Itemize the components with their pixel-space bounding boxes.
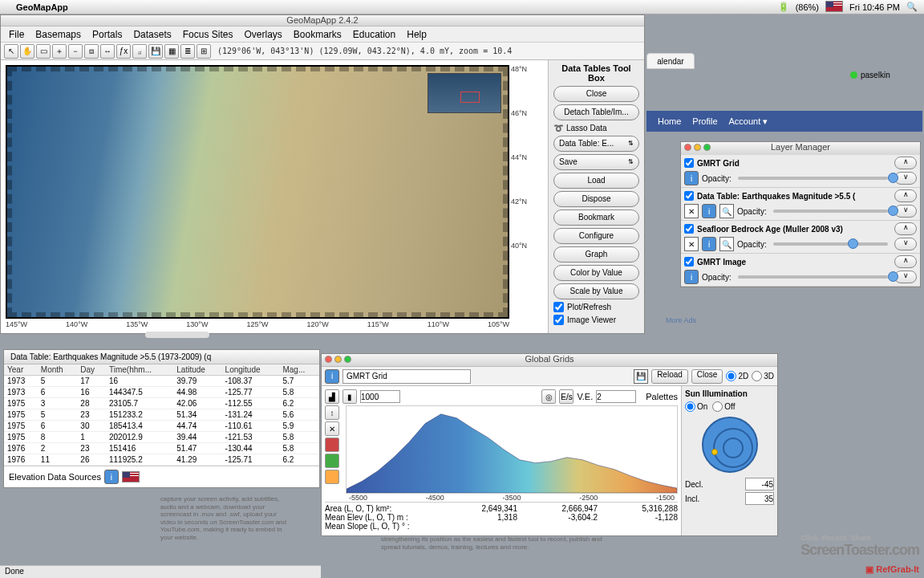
sun-on-radio[interactable]: On (685, 401, 707, 412)
layer-info-icon[interactable]: i (702, 237, 716, 251)
layer-up-button[interactable]: ∧ (894, 157, 917, 169)
fb-home[interactable]: Home (658, 116, 681, 126)
table-col[interactable]: Latitude (173, 364, 221, 376)
lasso-icon[interactable]: ➰ (553, 124, 563, 132)
mode-3d-radio[interactable]: 3D (752, 371, 774, 381)
menu-education[interactable]: Education (353, 29, 395, 40)
layer-down-button[interactable]: ∨ (894, 238, 917, 250)
table-row[interactable]: 1973616144347.544.98-125.775.8 (4, 387, 319, 398)
layer-up-button[interactable]: ∧ (894, 222, 917, 235)
layers-icon[interactable]: ≣ (180, 44, 195, 59)
map-canvas[interactable] (6, 65, 509, 319)
close-button[interactable]: Close (553, 86, 639, 102)
histogram-chart[interactable] (346, 405, 678, 494)
close-icon[interactable] (325, 356, 332, 363)
detach-button[interactable]: Detach Table/Im... (553, 104, 639, 120)
table-icon[interactable]: ⊞ (197, 44, 211, 59)
menu-datasets[interactable]: Datasets (133, 29, 171, 40)
minimize-icon[interactable] (694, 144, 701, 151)
sun-position-icon[interactable] (711, 449, 718, 455)
table-col[interactable]: Year (4, 364, 38, 376)
image-viewer-check[interactable]: Image Viewer (553, 315, 639, 325)
table-col[interactable]: Longitude (222, 364, 280, 376)
grids-close-button[interactable]: Close (691, 369, 723, 384)
flag-us-icon[interactable] (122, 471, 140, 482)
menu-overlays[interactable]: Overlays (244, 29, 282, 40)
data-table-tab[interactable]: Data Table: Earthquakes Magnitude >5.5 (… (4, 350, 319, 364)
zoom-icon[interactable] (703, 144, 711, 151)
sun-dial[interactable] (702, 417, 758, 473)
menu-bookmarks[interactable]: Bookmarks (294, 29, 342, 40)
layer-remove-button[interactable]: ✕ (684, 204, 699, 218)
menu-file[interactable]: File (9, 29, 24, 40)
opacity-slider[interactable] (738, 177, 888, 180)
save-select[interactable]: Save (553, 154, 639, 170)
menu-basemaps[interactable]: Basemaps (35, 29, 81, 40)
layer-info-icon[interactable]: i (684, 270, 699, 284)
bookmark-button[interactable]: Bookmark (553, 210, 639, 226)
palette-bar-icon[interactable]: ▮ (342, 389, 357, 404)
layer-zoom-icon[interactable]: 🔍 (719, 237, 734, 251)
grid-info-icon[interactable]: i (325, 369, 339, 384)
save-grid-icon[interactable]: 💾 (634, 369, 648, 384)
fb-account[interactable]: Account ▾ (729, 116, 768, 127)
table-col[interactable]: Month (38, 364, 78, 376)
select-icon[interactable]: ▭ (36, 44, 51, 59)
palette-land-icon[interactable]: ▟ (325, 389, 339, 404)
hist-fit-icon[interactable]: ↕ (325, 405, 339, 420)
table-col[interactable]: Time(hhm... (106, 364, 173, 376)
menu-portals[interactable]: Portals (92, 29, 122, 40)
zoom-in-icon[interactable]: ＋ (52, 44, 67, 59)
digitize-icon[interactable]: ⟓ (132, 44, 147, 59)
close-icon[interactable] (684, 144, 691, 151)
plot-refresh-check[interactable]: Plot/Refresh (553, 302, 639, 312)
opacity-slider[interactable] (738, 275, 888, 279)
layer-info-icon[interactable]: i (684, 171, 699, 185)
reload-button[interactable]: Reload (651, 369, 688, 384)
table-row[interactable]: 197532823105.742.06-112.556.2 (4, 398, 319, 409)
opacity-slider[interactable] (773, 210, 888, 213)
layer-visible-check[interactable] (684, 224, 694, 234)
table-row[interactable]: 197581202012.939.44-121.535.8 (4, 432, 319, 443)
es-icon[interactable]: E/s (559, 389, 573, 404)
grid-select[interactable]: GMRT Grid (342, 369, 471, 384)
table-select[interactable]: Data Table: E... (553, 136, 639, 152)
dispose-button[interactable]: Dispose (553, 191, 639, 207)
palettes-label[interactable]: Palettes (646, 392, 678, 401)
mode-2d-radio[interactable]: 2D (726, 371, 748, 381)
refgrab-icon[interactable]: ▣ RefGrab-It (865, 564, 919, 575)
layer-info-icon[interactable]: i (702, 204, 716, 218)
pointer-icon[interactable]: ↖ (4, 44, 18, 59)
layer-remove-button[interactable]: ✕ (684, 237, 699, 251)
swatch-green-icon[interactable] (325, 454, 339, 468)
zoom-box-icon[interactable]: ⧈ (84, 44, 99, 59)
browser-tab[interactable]: alendar (646, 53, 695, 69)
inset-map[interactable] (428, 73, 501, 113)
zoom-out-icon[interactable]: － (68, 44, 83, 59)
sun-off-radio[interactable]: Off (712, 401, 735, 412)
incl-input[interactable] (745, 492, 774, 505)
color-by-value-button[interactable]: Color by Value (553, 265, 639, 281)
layer-up-button[interactable]: ∧ (894, 255, 917, 268)
save-icon[interactable]: 💾 (148, 44, 163, 59)
profile-icon[interactable]: ƒx (116, 44, 131, 59)
decl-input[interactable] (745, 478, 774, 490)
fb-profile[interactable]: Profile (692, 116, 717, 126)
layer-zoom-icon[interactable]: 🔍 (719, 204, 734, 218)
layer-visible-check[interactable] (684, 158, 694, 168)
opacity-slider[interactable] (773, 242, 888, 246)
load-button[interactable]: Load (553, 173, 639, 189)
table-row[interactable]: 1975523151233.251.34-131.245.6 (4, 409, 319, 421)
hist-close-icon[interactable]: ✕ (325, 421, 339, 436)
menu-help[interactable]: Help (407, 29, 427, 40)
data-table[interactable]: YearMonthDayTime(hhm...LatitudeLongitude… (4, 364, 319, 466)
more-ads-link[interactable]: More Ads (666, 316, 696, 324)
ve-input[interactable] (596, 390, 636, 403)
contour-icon[interactable]: ◎ (541, 389, 556, 404)
table-col[interactable]: Day (77, 364, 106, 376)
table-col[interactable]: Mag... (279, 364, 319, 376)
zoom-icon[interactable] (344, 356, 351, 363)
swatch-red-icon[interactable] (325, 438, 339, 452)
map-scroll-thumb[interactable] (145, 332, 209, 338)
layer-visible-check[interactable] (684, 257, 694, 267)
